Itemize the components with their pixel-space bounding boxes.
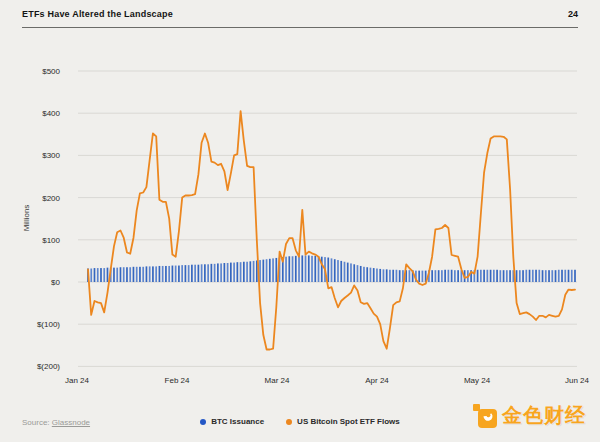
x-tick-label: Mar 24 — [247, 376, 307, 385]
btc-issuance-bar — [243, 262, 245, 282]
btc-issuance-bar — [350, 263, 352, 282]
legend-dot-orange-icon — [286, 419, 292, 425]
legend-dot-blue-icon — [200, 419, 206, 425]
btc-issuance-bar — [435, 270, 437, 282]
btc-issuance-bar — [168, 266, 170, 282]
btc-issuance-bar — [509, 270, 511, 282]
btc-issuance-bar — [525, 270, 527, 282]
btc-issuance-bar — [123, 267, 125, 282]
btc-issuance-bar — [233, 263, 235, 282]
btc-issuance-bar — [116, 268, 118, 282]
legend-item-etf-flows: US Bitcoin Spot ETF Flows — [286, 417, 400, 426]
btc-issuance-bar — [201, 264, 203, 282]
y-tick-label: $400 — [20, 109, 60, 118]
btc-issuance-bar — [506, 270, 508, 282]
btc-issuance-bar — [240, 262, 242, 282]
btc-issuance-bar — [301, 255, 303, 282]
btc-issuance-bar — [162, 266, 164, 282]
btc-issuance-bar — [269, 259, 271, 282]
btc-issuance-bar — [198, 265, 200, 282]
brand-logo: 金色财经 — [472, 402, 586, 429]
btc-issuance-bar — [418, 271, 420, 282]
btc-issuance-bar — [321, 257, 323, 282]
btc-issuance-bar — [334, 259, 336, 282]
x-tick-label: Feb 24 — [147, 376, 207, 385]
btc-issuance-bar — [237, 262, 239, 282]
btc-issuance-bar — [392, 270, 394, 282]
btc-issuance-bar — [133, 267, 135, 282]
btc-issuance-bar — [519, 270, 521, 282]
y-axis-title: Millions — [22, 205, 31, 232]
btc-issuance-bar — [149, 266, 151, 282]
slide: ETFs Have Altered the Landscape 24 $500$… — [0, 0, 600, 442]
btc-issuance-bar — [211, 264, 213, 282]
btc-issuance-bar — [139, 267, 141, 282]
source-attribution: Source: Glassnode — [22, 418, 90, 427]
btc-issuance-bar — [340, 261, 342, 282]
x-tick-label: May 24 — [447, 376, 507, 385]
btc-issuance-bar — [146, 266, 148, 282]
btc-issuance-bar — [486, 270, 488, 282]
btc-issuance-bar — [389, 270, 391, 282]
btc-issuance-bar — [522, 270, 524, 282]
btc-issuance-bar — [386, 269, 388, 282]
btc-issuance-bar — [305, 255, 307, 282]
btc-issuance-bar — [266, 259, 268, 282]
brand-name: 金色财经 — [502, 402, 586, 429]
btc-issuance-bar — [220, 263, 222, 282]
btc-issuance-bar — [383, 269, 385, 282]
btc-issuance-bar — [152, 266, 154, 282]
btc-issuance-bar — [175, 266, 177, 282]
btc-issuance-bar — [441, 270, 443, 282]
btc-issuance-bar — [100, 268, 102, 282]
btc-issuance-bar — [204, 264, 206, 282]
btc-issuance-bar — [431, 270, 433, 282]
btc-issuance-bar — [90, 269, 92, 283]
btc-issuance-bar — [217, 263, 219, 282]
btc-issuance-bar — [97, 268, 99, 282]
btc-issuance-bar — [503, 270, 505, 282]
btc-issuance-bar — [548, 270, 550, 282]
btc-issuance-bar — [292, 256, 294, 282]
btc-issuance-bar — [188, 265, 190, 282]
btc-issuance-bar — [448, 270, 450, 282]
y-tick-label: $(200) — [20, 362, 60, 371]
btc-issuance-bar — [561, 270, 563, 282]
btc-issuance-bar — [262, 260, 264, 282]
btc-issuance-bar — [451, 270, 453, 282]
y-tick-label: $0 — [20, 278, 60, 287]
btc-issuance-bar — [574, 270, 576, 282]
btc-issuance-bar — [542, 270, 544, 282]
btc-issuance-bar — [172, 266, 174, 282]
btc-issuance-bar — [272, 258, 274, 282]
source-link-glassnode[interactable]: Glassnode — [52, 418, 90, 427]
btc-issuance-bar — [185, 265, 187, 282]
btc-issuance-bar — [538, 270, 540, 282]
btc-issuance-bar — [103, 268, 105, 282]
btc-issuance-bar — [142, 267, 144, 282]
legend-label: US Bitcoin Spot ETF Flows — [297, 417, 400, 426]
btc-issuance-bar — [516, 270, 518, 282]
btc-issuance-bar — [337, 260, 339, 282]
y-tick-label: $300 — [20, 151, 60, 160]
btc-issuance-bar — [181, 265, 183, 282]
btc-issuance-bar — [136, 267, 138, 282]
btc-issuance-bar — [191, 265, 193, 282]
btc-issuance-bar — [360, 266, 362, 282]
btc-issuance-bar — [399, 270, 401, 282]
x-tick-label: Jan 24 — [47, 376, 107, 385]
jinse-finance-icon — [472, 403, 498, 429]
btc-issuance-bar — [253, 261, 255, 282]
btc-issuance-bar — [444, 270, 446, 282]
btc-issuance-bar — [422, 271, 424, 282]
btc-issuance-bar — [178, 266, 180, 282]
btc-issuance-bar — [409, 270, 411, 282]
y-tick-label: $200 — [20, 193, 60, 202]
btc-issuance-bar — [477, 270, 479, 282]
btc-issuance-bar — [493, 270, 495, 282]
btc-issuance-bar — [564, 270, 566, 282]
btc-issuance-bar — [155, 266, 157, 282]
y-tick-label: $500 — [20, 67, 60, 76]
etf-flows-line — [88, 111, 575, 349]
btc-issuance-bar — [535, 270, 537, 282]
